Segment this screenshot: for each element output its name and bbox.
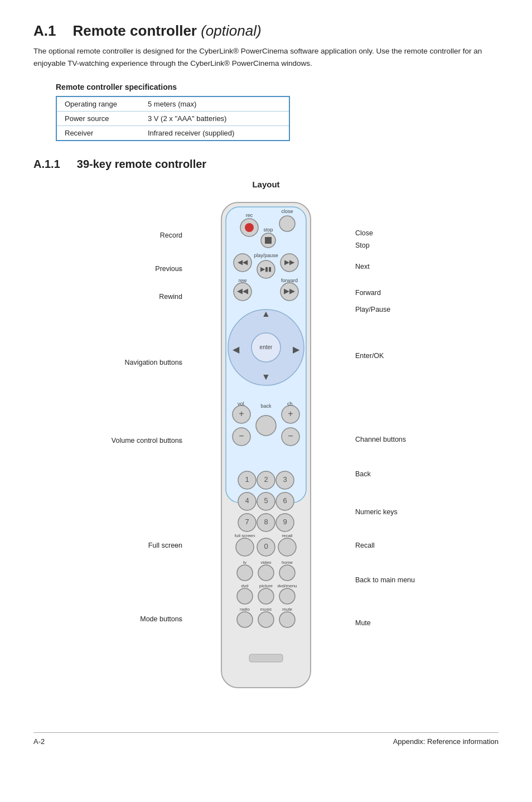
label-right-play_pause: Play/Pause (355, 306, 390, 313)
subsection-title: 39-key remote controller (77, 158, 206, 170)
specs-label: Power source (56, 112, 140, 126)
svg-text:−: − (239, 431, 244, 441)
label-left-navigation: Navigation buttons (124, 359, 182, 366)
svg-text:full screen: full screen (235, 533, 255, 538)
label-right-recall: Recall (355, 542, 375, 549)
svg-text:+: + (288, 409, 293, 418)
svg-text:dvd/menu: dvd/menu (277, 583, 297, 588)
svg-text:dvd: dvd (241, 583, 249, 588)
svg-text:radio: radio (240, 607, 250, 612)
svg-text:vol.: vol. (238, 401, 245, 407)
svg-text:◀◀: ◀◀ (237, 287, 248, 296)
svg-text:−: − (288, 431, 293, 441)
svg-text:tv: tv (243, 560, 246, 565)
svg-text:◀: ◀ (233, 345, 240, 354)
labels-left: RecordPreviousRewindNavigation buttonsVo… (104, 197, 182, 710)
label-right-back_main: Back to main menu (355, 576, 415, 584)
svg-text:▶▮▮: ▶▮▮ (260, 265, 272, 272)
remote-wrap: RecordPreviousRewindNavigation buttonsVo… (104, 197, 428, 710)
svg-text:▶: ▶ (293, 345, 300, 354)
svg-point-76 (258, 588, 274, 604)
specs-row: Power source3 V (2 x "AAA" batteries) (56, 112, 289, 126)
svg-point-81 (237, 612, 253, 627)
label-right-numeric: Numeric keys (355, 508, 398, 516)
svg-text:2: 2 (264, 476, 268, 484)
label-left-record: Record (160, 231, 182, 239)
svg-rect-8 (265, 237, 272, 244)
remote-diagram: RecordPreviousRewindNavigation buttonsVo… (33, 197, 499, 710)
svg-point-75 (237, 588, 253, 604)
svg-text:picture: picture (259, 583, 273, 588)
label-right-channel: Channel buttons (355, 436, 406, 443)
svg-point-82 (258, 612, 274, 627)
svg-text:▼: ▼ (262, 372, 270, 381)
svg-point-70 (258, 565, 274, 581)
specs-row: Operating range5 meters (max) (56, 96, 289, 112)
svg-text:+: + (239, 409, 244, 418)
svg-text:close: close (281, 209, 293, 214)
section-number: A.1 (33, 22, 56, 39)
page-header: A.1Remote controller (optional) The opti… (33, 22, 499, 69)
section-title: Remote controller (optional) (72, 22, 261, 39)
label-right-mute: Mute (355, 619, 371, 627)
svg-text:◀◀: ◀◀ (238, 258, 248, 266)
svg-point-71 (279, 565, 295, 581)
svg-text:music: music (260, 607, 272, 612)
svg-text:8: 8 (264, 518, 268, 526)
svg-text:1: 1 (245, 476, 249, 484)
svg-text:▶▶: ▶▶ (284, 287, 295, 296)
optional-label: (optional) (201, 22, 261, 39)
svg-text:9: 9 (283, 518, 287, 526)
svg-text:5: 5 (264, 497, 268, 505)
specs-value: Infrared receiver (supplied) (140, 126, 289, 141)
svg-point-65 (278, 538, 296, 556)
svg-text:rec: rec (246, 212, 253, 218)
label-left-rewind: Rewind (159, 293, 182, 301)
specs-label: Receiver (56, 126, 140, 141)
svg-text:recall: recall (282, 533, 292, 538)
svg-text:3: 3 (283, 476, 287, 484)
specs-title: Remote controller specifications (56, 83, 499, 91)
svg-text:video: video (260, 560, 272, 565)
labels-right: CloseStopNextForwardPlay/PauseEnter/OKCh… (355, 197, 428, 710)
svg-point-62 (236, 538, 254, 556)
specs-table: Operating range5 meters (max)Power sourc… (56, 96, 290, 141)
label-right-enter_ok: Enter/OK (355, 352, 384, 360)
label-left-full_screen: Full screen (148, 542, 182, 549)
label-right-stop: Stop (355, 241, 370, 249)
subsection-number: A.1.1 (33, 158, 60, 170)
footer-right: Appendix: Reference information (393, 737, 499, 746)
svg-text:home: home (282, 560, 293, 565)
label-right-next: Next (355, 263, 370, 270)
svg-text:6: 6 (283, 497, 287, 505)
specs-row: ReceiverInfrared receiver (supplied) (56, 126, 289, 141)
svg-text:ch.: ch. (287, 401, 294, 407)
specs-label: Operating range (56, 96, 140, 112)
svg-rect-84 (249, 654, 283, 662)
svg-text:play/pause: play/pause (254, 253, 278, 258)
label-right-forward: Forward (355, 289, 381, 297)
svg-text:stop: stop (263, 227, 273, 233)
label-left-previous: Previous (155, 265, 182, 273)
svg-text:4: 4 (245, 497, 249, 505)
svg-point-69 (237, 565, 253, 581)
svg-point-83 (279, 612, 295, 627)
label-left-mode: Mode buttons (140, 615, 182, 623)
svg-point-5 (279, 216, 295, 231)
svg-text:0: 0 (264, 543, 268, 551)
remote-image: rec close stop ◀◀ ▶▶ play/pause ▶▮▮ (205, 197, 327, 712)
svg-text:7: 7 (245, 518, 249, 526)
specs-value: 5 meters (max) (140, 96, 289, 112)
svg-text:enter: enter (260, 344, 273, 350)
svg-text:mute: mute (282, 607, 292, 612)
footer-left: A-2 (33, 737, 45, 746)
svg-text:▲: ▲ (262, 309, 270, 318)
intro-text: The optional remote controller is design… (33, 45, 499, 69)
section-heading: A.1Remote controller (optional) (33, 22, 499, 40)
label-right-back: Back (355, 470, 371, 478)
subsection-heading: A.1.139-key remote controller (33, 158, 499, 171)
label-right-close: Close (355, 229, 373, 237)
layout-title: Layout (33, 180, 499, 189)
svg-point-3 (245, 223, 254, 232)
label-left-volume: Volume control buttons (112, 437, 182, 445)
